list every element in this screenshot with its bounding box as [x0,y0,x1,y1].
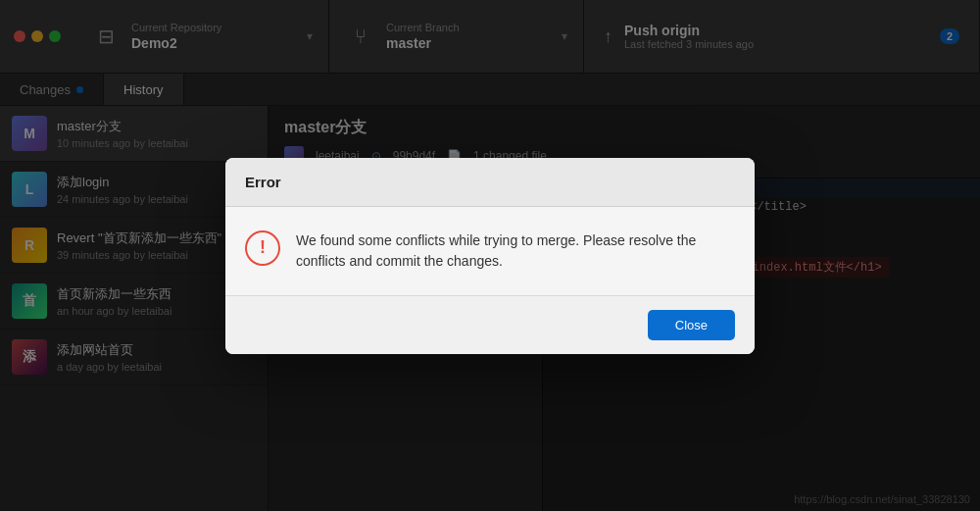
modal-header: Error [225,158,755,207]
modal-footer: Close [225,295,755,354]
modal-message: We found some conflicts while trying to … [296,230,735,272]
error-modal: Error ! We found some conflicts while tr… [225,158,755,354]
modal-body: ! We found some conflicts while trying t… [225,207,755,295]
error-icon: ! [245,230,280,266]
modal-title: Error [245,174,735,190]
close-button[interactable]: Close [648,310,735,340]
modal-overlay: Error ! We found some conflicts while tr… [0,0,980,511]
